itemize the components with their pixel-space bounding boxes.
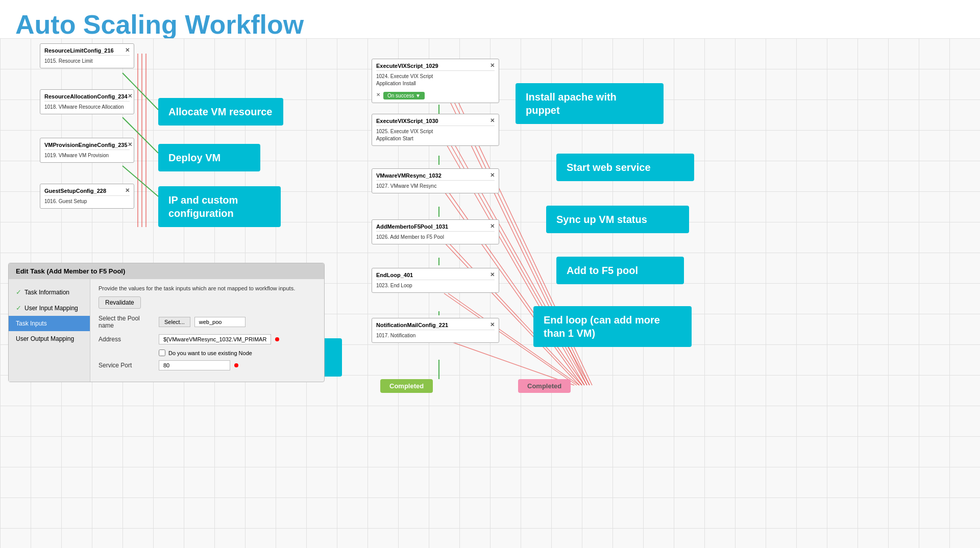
close-icon[interactable]: ✕ <box>490 321 495 328</box>
node-body-text: 1025. Execute VIX ScriptApplication Star… <box>376 128 495 142</box>
workflow-canvas: ResourceLimitConfig_216 ✕ 1015. Resource… <box>0 38 980 548</box>
edit-task-sidebar: ✓ Task Information ✓ User Input Mapping … <box>9 279 90 382</box>
callout-allocate-vm: Allocate VM resource <box>158 98 283 126</box>
close-icon[interactable]: ✕ <box>490 62 495 69</box>
service-port-input[interactable] <box>159 360 230 370</box>
edit-task-header: Edit Task (Add Member to F5 Pool) <box>9 263 324 279</box>
node-body-text: 1017. Notification <box>376 332 495 339</box>
node-notification-mail: NotificationMailConfig_221 ✕ 1017. Notif… <box>372 318 499 343</box>
edit-task-desc: Provide the values for the task inputs w… <box>99 285 316 291</box>
node-body-text: 1019. VMware VM Provision <box>44 152 130 159</box>
address-input[interactable] <box>159 334 271 344</box>
node-addmember-f5: AddMembertoF5Pool_1031 ✕ 1026. Add Membe… <box>372 219 499 244</box>
node-body-text: 1027. VMware VM Resync <box>376 183 495 190</box>
callout-deploy-vm: Deploy VM <box>158 144 260 171</box>
callout-ip-custom: IP and custom configuration <box>158 186 281 227</box>
node-title-text: ResourceAllocationConfig_234 <box>44 93 128 99</box>
node-title-text: VMwareVMResync_1032 <box>376 172 442 179</box>
pool-select-button[interactable]: Select... <box>159 317 190 327</box>
node-body-text: 1024. Execute VIX ScriptApplication Inst… <box>376 73 495 87</box>
node-title-text: ResourceLimitConfig_216 <box>44 47 114 54</box>
edit-task-panel: Edit Task (Add Member to F5 Pool) ✓ Task… <box>8 263 325 382</box>
sidebar-item-user-input[interactable]: ✓ User Input Mapping <box>9 300 90 316</box>
close-icon[interactable]: ✕ <box>128 141 132 148</box>
node-vmware-vmresync: VMwareVMResync_1032 ✕ 1027. VMware VM Re… <box>372 168 499 193</box>
check-icon: ✓ <box>16 304 21 312</box>
node-title-text: VMProvisionEngineConfig_235 <box>44 142 128 148</box>
node-body-text: 1015. Resource Limit <box>44 58 130 65</box>
callout-add-f5: Add to F5 pool <box>556 257 684 284</box>
node-body-text: 1018. VMware Resource Allocation <box>44 104 130 111</box>
close-icon[interactable]: ✕ <box>128 93 132 99</box>
node-title-text: EndLoop_401 <box>376 272 413 278</box>
pool-name-label: Select the Pool name <box>99 315 155 329</box>
check-icon: ✓ <box>16 288 21 296</box>
address-label: Address <box>99 336 155 343</box>
completed-badge-green: Completed <box>380 379 433 393</box>
node-title-text: GuestSetupConfig_228 <box>44 188 106 194</box>
node-title-text: AddMembertoF5Pool_1031 <box>376 223 448 230</box>
callout-start-web: Start web service <box>556 154 694 181</box>
callout-install-apache: Install apache with puppet <box>516 83 664 124</box>
close-icon[interactable]: ✕ <box>490 223 495 230</box>
close-icon[interactable]: ✕ <box>490 172 495 179</box>
node-endloop: EndLoop_401 ✕ 1023. End Loop <box>372 268 499 293</box>
node-title-text: NotificationMailConfig_221 <box>376 322 448 328</box>
revalidate-button[interactable]: Revalidate <box>99 296 141 309</box>
node-title-text: ExecuteVIXScript_1029 <box>376 63 438 69</box>
node-resource-allocation: ResourceAllocationConfig_234 ✕ 1018. VMw… <box>40 89 134 114</box>
required-dot <box>275 337 279 341</box>
sidebar-item-task-info[interactable]: ✓ Task Information <box>9 284 90 300</box>
required-dot <box>234 363 238 367</box>
existing-node-row: Do you want to use existing Node <box>159 350 316 356</box>
node-title-text: ExecuteVIXScript_1030 <box>376 118 438 124</box>
success-badge: On success ▼ <box>383 92 425 99</box>
node-execute-vix-1030: ExecuteVIXScript_1030 ✕ 1025. Execute VI… <box>372 114 499 146</box>
sidebar-item-task-inputs[interactable]: Task Inputs <box>9 316 90 331</box>
node-resource-limit: ResourceLimitConfig_216 ✕ 1015. Resource… <box>40 43 134 68</box>
node-body-text: 1026. Add Member to F5 Pool <box>376 234 495 241</box>
address-row: Address <box>99 334 316 344</box>
node-body-text: 1023. End Loop <box>376 282 495 289</box>
existing-node-checkbox[interactable] <box>159 350 165 356</box>
pool-name-row: Select the Pool name Select... <box>99 315 316 329</box>
close-small-icon[interactable]: ✕ <box>376 92 380 97</box>
callout-sync-vm: Sync up VM status <box>546 206 689 233</box>
completed-badge-pink: Completed <box>518 379 571 393</box>
edit-task-content: Provide the values for the task inputs w… <box>90 279 324 382</box>
node-vmprovision: VMProvisionEngineConfig_235 ✕ 1019. VMwa… <box>40 138 134 163</box>
close-icon[interactable]: ✕ <box>125 187 130 194</box>
close-icon[interactable]: ✕ <box>490 271 495 278</box>
node-body-text: 1016. Guest Setup <box>44 198 130 205</box>
node-execute-vix-1029: ExecuteVIXScript_1029 ✕ 1024. Execute VI… <box>372 59 499 103</box>
service-port-row: Service Port <box>99 360 316 370</box>
close-icon[interactable]: ✕ <box>490 117 495 124</box>
callout-end-loop: End loop (can add more than 1 VM) <box>533 306 692 347</box>
close-icon[interactable]: ✕ <box>125 47 130 54</box>
sidebar-item-user-output[interactable]: User Output Mapping <box>9 331 90 346</box>
pool-name-input[interactable] <box>194 317 246 327</box>
node-guestsetup: GuestSetupConfig_228 ✕ 1016. Guest Setup <box>40 184 134 209</box>
service-port-label: Service Port <box>99 362 155 369</box>
edit-task-body: ✓ Task Information ✓ User Input Mapping … <box>9 279 324 382</box>
